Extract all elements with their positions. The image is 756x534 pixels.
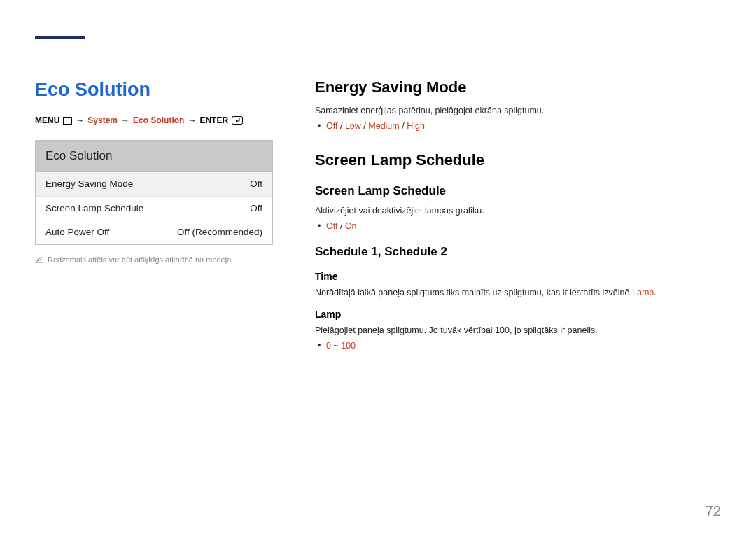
menu-row-auto-power[interactable]: Auto Power Off Off (Recommended) — [36, 220, 272, 244]
menu-box-title: Eco Solution — [36, 141, 272, 173]
menu-row-energy[interactable]: Energy Saving Mode Off — [36, 172, 272, 197]
menu-row-label: Screen Lamp Schedule — [46, 202, 144, 216]
opt-off: Off — [326, 121, 337, 131]
sls-sub1-body: Aktivizējiet vai deaktivizējiet lampas g… — [315, 204, 721, 217]
energy-body: Samaziniet enerģijas patēriņu, pielāgojo… — [315, 104, 721, 117]
breadcrumb-arrow-2: → — [121, 115, 130, 127]
lamp-range: 0 ~ 100 — [315, 339, 721, 352]
sls-sub1-options: Off / On — [315, 220, 721, 232]
lamp-tilde: ~ — [331, 341, 341, 351]
menu-box: Eco Solution Energy Saving Mode Off Scre… — [35, 140, 273, 245]
opt-low: Low — [345, 121, 361, 131]
sep: / — [340, 221, 345, 231]
breadcrumb-arrow-1: → — [76, 115, 84, 127]
sls-sub1-title: Screen Lamp Schedule — [315, 183, 721, 200]
breadcrumb-system: System — [88, 115, 118, 127]
sep: / — [340, 121, 345, 131]
lamp-title: Lamp — [315, 307, 721, 321]
opt-off: Off — [326, 221, 337, 231]
lamp-range-a: 0 — [326, 341, 331, 351]
breadcrumb-arrow-3: → — [188, 115, 196, 127]
menu-row-value: Off — [250, 177, 262, 191]
footnote-text: Redzamais attēls var būt atšķirīgs atkar… — [48, 255, 233, 266]
sls-sub2-title: Schedule 1, Schedule 2 — [315, 244, 721, 261]
pen-icon — [35, 255, 43, 267]
header-marker — [35, 36, 85, 39]
time-title: Time — [315, 269, 721, 283]
time-body: Norādītajā laikā paneļa spilgtums tiks m… — [315, 286, 721, 299]
right-column: Energy Saving Mode Samaziniet enerģijas … — [315, 76, 721, 358]
breadcrumb: MENU → System → Eco Solution → ENTER — [35, 115, 273, 127]
opt-high: High — [407, 121, 425, 131]
page-number: 72 — [706, 501, 721, 521]
time-body-pre: Norādītajā laikā paneļa spilgtums tiks m… — [315, 288, 632, 297]
opt-on: On — [345, 221, 357, 231]
energy-title: Energy Saving Mode — [315, 76, 721, 99]
page-title: Eco Solution — [35, 76, 273, 104]
opt-medium: Medium — [368, 121, 399, 131]
page: Eco Solution MENU → System → Eco Solutio… — [0, 0, 756, 358]
breadcrumb-eco: Eco Solution — [133, 115, 184, 127]
left-column: Eco Solution MENU → System → Eco Solutio… — [35, 76, 273, 358]
menu-row-label: Auto Power Off — [46, 225, 109, 239]
menu-row-value: Off — [250, 202, 262, 216]
menu-grid-icon — [63, 115, 72, 127]
lamp-range-b: 100 — [341, 341, 356, 351]
time-body-post: . — [654, 288, 656, 297]
enter-icon — [232, 115, 243, 127]
breadcrumb-enter: ENTER — [200, 115, 228, 127]
menu-row-value: Off (Recommended) — [177, 225, 262, 239]
footnote: Redzamais attēls var būt atšķirīgs atkar… — [35, 255, 273, 267]
svg-rect-3 — [232, 117, 243, 125]
lamp-body: Pielāgojiet paneļa spilgtumu. Jo tuvāk v… — [315, 324, 721, 337]
menu-row-screen-lamp[interactable]: Screen Lamp Schedule Off — [36, 197, 272, 221]
energy-options: Off / Low / Medium / High — [315, 120, 721, 132]
columns: Eco Solution MENU → System → Eco Solutio… — [35, 76, 721, 358]
menu-row-label: Energy Saving Mode — [46, 177, 133, 191]
breadcrumb-menu: MENU — [35, 115, 59, 127]
svg-rect-0 — [64, 118, 72, 125]
header-divider — [104, 48, 721, 48]
sls-title: Screen Lamp Schedule — [315, 149, 721, 171]
time-body-accent: Lamp — [632, 288, 654, 297]
